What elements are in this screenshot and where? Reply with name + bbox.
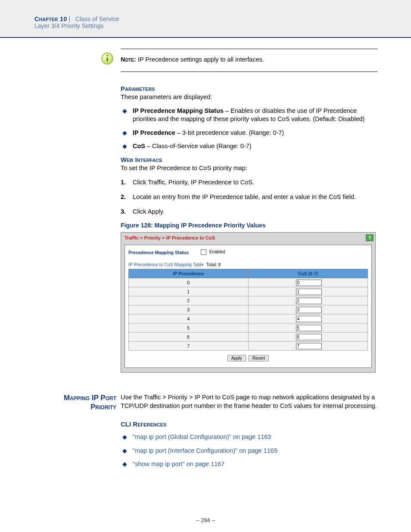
cos-cell	[248, 278, 368, 287]
header-sep: |	[69, 16, 76, 22]
col-ip-precedence: IP Precedence	[129, 269, 249, 278]
param-item: CoS – Class-of-Service value (Range: 0-7…	[121, 142, 377, 151]
info-icon	[101, 52, 114, 66]
cos-input[interactable]	[296, 289, 322, 295]
help-icon[interactable]: ?	[366, 234, 374, 241]
cos-cell	[248, 333, 368, 342]
cos-input[interactable]	[296, 334, 322, 340]
table-row: 6	[129, 333, 368, 342]
cos-cell	[248, 287, 368, 296]
precedence-cell: 0	[129, 278, 249, 287]
parameters-intro: These parameters are displayed:	[121, 93, 377, 102]
cos-cell	[248, 305, 368, 314]
mapping-status-label: Precedence Mapping Status	[128, 250, 189, 255]
cli-link[interactable]: "show map ip port" on page 1167	[133, 460, 224, 467]
table-row: 1	[129, 287, 368, 296]
precedence-cell: 6	[129, 333, 249, 342]
section2-intro: Use the Traffic > Priority > IP Port to …	[121, 393, 377, 410]
enabled-checkbox-wrap: Enabled	[201, 249, 225, 255]
step-item: 2.Locate an entry from the IP Precedence…	[121, 193, 377, 202]
figure-caption: Figure 128: Mapping IP Precedence Priori…	[121, 222, 377, 229]
cli-link-item: "map ip port (Global Configuration)" on …	[121, 433, 377, 442]
enabled-checkbox[interactable]	[201, 249, 206, 255]
precedence-cell: 2	[129, 296, 249, 305]
precedence-cos-table: IP Precedence CoS (0-7) 01234567	[128, 269, 368, 351]
table-row: 2	[129, 296, 368, 305]
figure-128: Traffic > Priority > IP Precedence to Co…	[121, 232, 376, 373]
figure-breadcrumb: Traffic > Priority > IP Precedence to Co…	[125, 235, 215, 240]
col-cos: CoS (0-7)	[248, 269, 368, 278]
cos-input[interactable]	[296, 307, 322, 313]
header-subtitle: Layer 3/4 Priority Settings	[34, 22, 103, 29]
param-item: IP Precedence – 3-bit precedence value. …	[121, 129, 377, 137]
apply-button[interactable]: Apply	[227, 355, 246, 361]
table-row: 3	[129, 305, 368, 314]
cos-cell	[248, 342, 368, 351]
steps-list: 1.Click Traffic, Priority, IP Precedence…	[121, 178, 377, 216]
note-text: IP Precedence settings apply to all inte…	[138, 56, 264, 63]
precedence-cell: 7	[129, 342, 249, 351]
page-header: Chapter 10 | Class of Service Layer 3/4 …	[0, 0, 411, 38]
cos-input[interactable]	[296, 298, 322, 304]
param-item: IP Precedence Mapping Status – Enables o…	[121, 107, 377, 124]
cli-link-item: "map ip port (Interface Configuration)" …	[121, 447, 377, 455]
svg-rect-1	[106, 57, 108, 62]
table-row: 4	[129, 314, 368, 324]
svg-point-2	[106, 55, 108, 56]
table-row: 7	[129, 342, 368, 351]
cli-references-list: "map ip port (Global Configuration)" on …	[121, 433, 377, 469]
header-chapter: Chapter 10	[34, 16, 67, 22]
enabled-label: Enabled	[209, 249, 225, 254]
cos-input[interactable]	[296, 343, 322, 349]
page-number: – 284 –	[0, 517, 411, 523]
precedence-cell: 3	[129, 305, 249, 314]
note-label: Note:	[121, 56, 136, 63]
cos-cell	[248, 324, 368, 333]
cos-input[interactable]	[296, 325, 322, 331]
table-row: 5	[129, 324, 368, 333]
cli-link-item: "show map ip port" on page 1167	[121, 460, 377, 469]
precedence-cell: 4	[129, 314, 249, 324]
cli-link[interactable]: "map ip port (Interface Configuration)" …	[133, 447, 277, 454]
parameters-heading: Parameters	[121, 85, 377, 92]
cos-cell	[248, 296, 368, 305]
parameters-list: IP Precedence Mapping Status – Enables o…	[121, 107, 377, 151]
table-row: 0	[129, 278, 368, 287]
webinterface-heading: Web Interface	[121, 156, 377, 163]
cos-input[interactable]	[296, 280, 322, 286]
cli-references-heading: CLI References	[121, 420, 377, 428]
cli-link[interactable]: "map ip port (Global Configuration)" on …	[133, 433, 271, 440]
revert-button[interactable]: Revert	[249, 355, 269, 361]
precedence-cell: 5	[129, 324, 249, 333]
side-heading-mapping-ip-port: Mapping IP Port Priority	[34, 393, 116, 412]
step-item: 1.Click Traffic, Priority, IP Precedence…	[121, 178, 377, 187]
webinterface-intro: To set the IP Precedence to CoS priority…	[121, 164, 377, 173]
cos-input[interactable]	[296, 316, 322, 322]
precedence-cell: 1	[129, 287, 249, 296]
note-box: Note: IP Precedence settings apply to al…	[121, 49, 377, 72]
header-chapter-title: Class of Service	[75, 16, 119, 22]
cos-cell	[248, 314, 368, 324]
mapping-table-title: IP Precedence to CoS Mapping Table Total…	[128, 262, 368, 267]
step-item: 3.Click Apply.	[121, 208, 377, 216]
